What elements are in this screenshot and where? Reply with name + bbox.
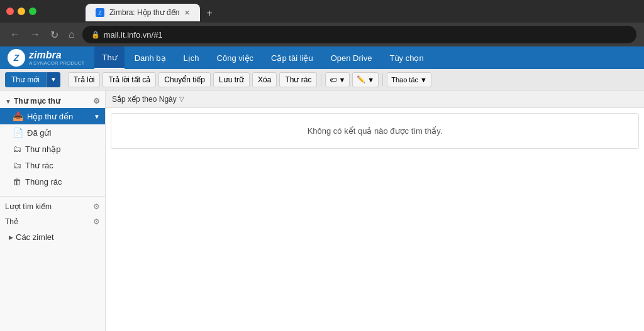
main-toolbar: Thư mới ▼ Trả lời Trả lời tất cả Chuyển … bbox=[0, 69, 644, 90]
tag-dropdown-arrow: ▼ bbox=[338, 76, 345, 84]
reload-button[interactable]: ↻ bbox=[48, 26, 61, 43]
nav-tab-thu[interactable]: Thư bbox=[94, 46, 124, 69]
tab-title: Zimbra: Hộp thư đến bbox=[109, 8, 179, 17]
sort-by-text: Sắp xếp theo Ngày bbox=[112, 95, 177, 104]
zimbra-logo-text: zimbra A SYNACOR PRODUCT bbox=[29, 50, 84, 66]
actions-label: Thao tác bbox=[391, 76, 418, 84]
spam-label: Thư rác bbox=[25, 161, 100, 170]
delete-button[interactable]: Xóa bbox=[252, 72, 277, 87]
active-tab[interactable]: Z Zimbra: Hộp thư đến ✕ bbox=[86, 4, 200, 21]
nav-tab-cap-tai-lieu[interactable]: Cặp tài liệu bbox=[264, 46, 321, 69]
sidebar-divider-1 bbox=[0, 196, 105, 197]
tag-button[interactable]: 🏷 ▼ bbox=[325, 72, 350, 87]
spam-folder-icon: 🗂 bbox=[13, 160, 21, 170]
lock-icon: 🔒 bbox=[91, 31, 100, 39]
address-text: mail.it.info.vn/#1 bbox=[104, 30, 163, 40]
zimbra-logo: Z zimbra A SYNACOR PRODUCT bbox=[8, 49, 84, 67]
inbox-icon: 📥 bbox=[13, 111, 23, 121]
zimbra-subtitle: A SYNACOR PRODUCT bbox=[29, 61, 84, 66]
tags-section-header[interactable]: Thẻ ⚙ bbox=[0, 214, 105, 229]
home-button[interactable]: ⌂ bbox=[66, 26, 77, 43]
search-section-header[interactable]: Lượt tìm kiếm ⚙ bbox=[0, 199, 105, 214]
color-icon: ✏️ bbox=[357, 75, 365, 84]
archive-button[interactable]: Lưu trữ bbox=[213, 72, 250, 87]
reply-all-button[interactable]: Trả lời tất cả bbox=[103, 72, 156, 87]
trash-label: Thùng rác bbox=[25, 177, 100, 187]
sent-icon: 📄 bbox=[13, 128, 23, 138]
nav-tab-open-drive[interactable]: Open Drive bbox=[323, 46, 380, 69]
tag-icon: 🏷 bbox=[330, 76, 336, 84]
inbox-label: Hộp thư đến bbox=[27, 112, 90, 121]
zimlets-title: Các zimlet bbox=[16, 232, 54, 242]
sidebar: ▼ Thư mục thư ⚙ 📥 Hộp thư đến ▼ 📄 Đã gửi bbox=[0, 90, 106, 331]
spam-button[interactable]: Thư rác bbox=[279, 72, 317, 87]
draft-icon: 🗂 bbox=[13, 144, 21, 154]
mail-folders-section: ▼ Thư mục thư ⚙ 📥 Hộp thư đến ▼ 📄 Đã gửi bbox=[0, 90, 105, 193]
zimbra-logo-circle: Z bbox=[8, 49, 25, 67]
inbox-collapse-arrow: ▼ bbox=[94, 113, 100, 120]
sidebar-item-da-gui[interactable]: 📄 Đã gửi bbox=[0, 124, 105, 141]
color-dropdown-arrow: ▼ bbox=[367, 76, 374, 84]
empty-message: Không có kết quả nào được tìm thấy. bbox=[111, 113, 639, 149]
maximize-button[interactable] bbox=[29, 8, 36, 15]
zimlets-collapse-icon: ▶ bbox=[9, 234, 13, 241]
minimize-button[interactable] bbox=[18, 8, 25, 15]
reply-button[interactable]: Trả lời bbox=[68, 72, 101, 87]
search-section-title: Lượt tìm kiếm bbox=[5, 202, 52, 211]
nav-tab-lich[interactable]: Lịch bbox=[176, 46, 207, 69]
sort-label[interactable]: Sắp xếp theo Ngày ▽ bbox=[112, 95, 184, 104]
tab-favicon: Z bbox=[96, 8, 104, 17]
nav-tab-cong-viec[interactable]: Công việc bbox=[209, 46, 262, 69]
address-bar: ← → ↻ ⌂ 🔒 mail.it.info.vn/#1 bbox=[0, 23, 644, 46]
forward-button[interactable]: Chuyển tiếp bbox=[158, 72, 211, 87]
traffic-lights bbox=[6, 8, 36, 15]
zimbra-app: Z zimbra A SYNACOR PRODUCT Thư Danh bạ L… bbox=[0, 46, 644, 331]
tab-bar: Z Zimbra: Hộp thư đến ✕ + bbox=[42, 1, 218, 21]
folders-section-header: ▼ Thư mục thư ⚙ bbox=[0, 94, 105, 108]
new-email-button-wrapper: Thư mới ▼ bbox=[5, 72, 60, 87]
toolbar-separator-1 bbox=[321, 73, 321, 86]
back-button[interactable]: ← bbox=[8, 26, 23, 43]
sidebar-item-hop-thu-den[interactable]: 📥 Hộp thư đến ▼ bbox=[0, 108, 105, 124]
new-tab-button[interactable]: + bbox=[201, 5, 217, 21]
sort-bar: Sắp xếp theo Ngày ▽ bbox=[106, 90, 644, 108]
email-list: Không có kết quả nào được tìm thấy. bbox=[106, 108, 644, 331]
sort-direction-arrow: ▽ bbox=[179, 95, 184, 102]
sidebar-item-thung-rac[interactable]: 🗑 Thùng rác bbox=[0, 173, 105, 190]
new-email-button[interactable]: Thư mới bbox=[5, 72, 46, 87]
trash-icon: 🗑 bbox=[13, 176, 21, 187]
folders-settings-icon[interactable]: ⚙ bbox=[93, 97, 100, 106]
color-button[interactable]: ✏️ ▼ bbox=[352, 72, 379, 87]
folders-section-title: Thư mục thư bbox=[14, 97, 60, 106]
close-button[interactable] bbox=[6, 8, 14, 15]
main-area: ▼ Thư mục thư ⚙ 📥 Hộp thư đến ▼ 📄 Đã gửi bbox=[0, 90, 644, 331]
actions-button[interactable]: Thao tác ▼ bbox=[387, 72, 431, 87]
zimlets-section-header[interactable]: ▶ Các zimlet bbox=[0, 229, 105, 245]
nav-tab-danh-ba[interactable]: Danh bạ bbox=[127, 46, 174, 69]
draft-label: Thư nhập bbox=[25, 144, 100, 154]
browser-titlebar: Z Zimbra: Hộp thư đến ✕ + bbox=[0, 0, 644, 23]
browser-chrome: Z Zimbra: Hộp thư đến ✕ + ← → ↻ ⌂ 🔒 mail… bbox=[0, 0, 644, 46]
new-email-dropdown[interactable]: ▼ bbox=[46, 72, 60, 87]
tab-close-button[interactable]: ✕ bbox=[184, 9, 190, 17]
sidebar-item-thu-nhap[interactable]: 🗂 Thư nhập bbox=[0, 141, 105, 157]
actions-arrow: ▼ bbox=[420, 76, 427, 84]
address-input-field[interactable]: 🔒 mail.it.info.vn/#1 bbox=[82, 26, 636, 43]
sidebar-item-thu-rac[interactable]: 🗂 Thư rác bbox=[0, 157, 105, 173]
content-area: Sắp xếp theo Ngày ▽ Không có kết quả nào… bbox=[106, 90, 644, 331]
forward-button[interactable]: → bbox=[28, 26, 43, 43]
zimbra-wordmark: zimbra bbox=[29, 50, 62, 60]
sent-label: Đã gửi bbox=[27, 128, 100, 138]
zimbra-z-icon: Z bbox=[14, 53, 19, 63]
nav-tab-tuy-chon[interactable]: Tùy chọn bbox=[382, 46, 431, 69]
toolbar-separator-2 bbox=[382, 73, 383, 86]
tags-settings-icon[interactable]: ⚙ bbox=[93, 217, 100, 226]
folders-collapse-triangle[interactable]: ▼ bbox=[5, 98, 11, 105]
search-settings-icon[interactable]: ⚙ bbox=[93, 202, 100, 211]
folders-header-left: ▼ Thư mục thư bbox=[5, 97, 60, 106]
empty-message-text: Không có kết quả nào được tìm thấy. bbox=[308, 126, 443, 136]
tags-section-title: Thẻ bbox=[5, 217, 18, 226]
top-nav: Z zimbra A SYNACOR PRODUCT Thư Danh bạ L… bbox=[0, 46, 644, 69]
